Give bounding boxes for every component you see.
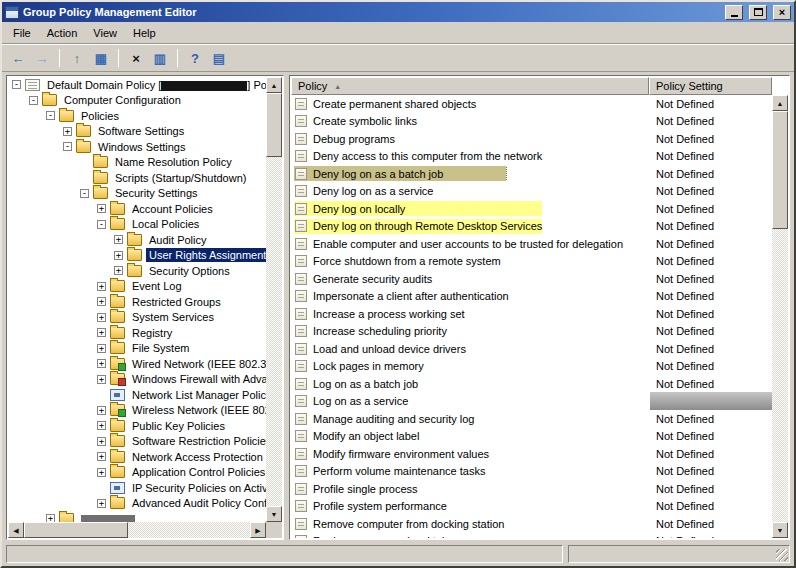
- expand-icon[interactable]: +: [97, 421, 106, 430]
- tree-item-software-settings[interactable]: +Software Settings: [8, 124, 266, 140]
- policy-row[interactable]: Deny log on as a serviceNot Defined: [291, 183, 772, 201]
- tree-item-network-access-protection[interactable]: +Network Access Protection: [8, 449, 266, 465]
- policy-row[interactable]: Manage auditing and security logNot Defi…: [291, 410, 772, 428]
- scroll-left-icon[interactable]: ◀: [8, 522, 24, 538]
- expand-icon[interactable]: +: [97, 204, 106, 213]
- menu-view[interactable]: View: [85, 24, 125, 42]
- menu-help[interactable]: Help: [125, 24, 164, 42]
- collapse-icon[interactable]: -: [80, 189, 89, 198]
- tree-item-windows-firewall-with-advanc[interactable]: +Windows Firewall with Advanc: [8, 372, 266, 388]
- tree-item-registry[interactable]: +Registry: [8, 325, 266, 341]
- policy-row[interactable]: Profile single processNot Defined: [291, 480, 772, 498]
- policy-row[interactable]: Profile system performanceNot Defined: [291, 498, 772, 516]
- scrollbar-thumb[interactable]: [266, 93, 282, 157]
- expand-icon[interactable]: +: [97, 282, 106, 291]
- up-one-level-button[interactable]: ↑: [66, 47, 88, 69]
- expand-icon[interactable]: +: [97, 344, 106, 353]
- expand-icon[interactable]: +: [97, 468, 106, 477]
- policy-row[interactable]: Create permanent shared objectsNot Defin…: [291, 95, 772, 113]
- delete-button[interactable]: ×: [125, 47, 147, 69]
- forward-button[interactable]: →: [31, 47, 53, 69]
- policy-row[interactable]: Deny access to this computer from the ne…: [291, 148, 772, 166]
- menu-action[interactable]: Action: [39, 24, 86, 42]
- policy-row[interactable]: Impersonate a client after authenticatio…: [291, 288, 772, 306]
- policy-row[interactable]: Replace a process level tokenNot Defined: [291, 533, 772, 539]
- tree-item-advanced-audit-policy-configu[interactable]: +Advanced Audit Policy Configu: [8, 496, 266, 512]
- export-list-button[interactable]: ▥: [149, 47, 171, 69]
- show-hide-console-tree-button[interactable]: ▦: [90, 47, 112, 69]
- tree-item-name-resolution-policy[interactable]: Name Resolution Policy: [8, 155, 266, 171]
- tree-item-application-control-policies[interactable]: +Application Control Policies: [8, 465, 266, 481]
- tree-item-scripts-startup-shutdown[interactable]: Scripts (Startup/Shutdown): [8, 170, 266, 186]
- tree-item-software-restriction-policies[interactable]: +Software Restriction Policies: [8, 434, 266, 450]
- list-vertical-scrollbar[interactable]: ▲ ▼: [772, 95, 788, 538]
- policy-row[interactable]: Increase a process working setNot Define…: [291, 305, 772, 323]
- tree-item-windows-settings[interactable]: -Windows Settings: [8, 139, 266, 155]
- policy-row[interactable]: Force shutdown from a remote systemNot D…: [291, 253, 772, 271]
- expand-icon[interactable]: +: [114, 266, 123, 275]
- tree-item-event-log[interactable]: +Event Log: [8, 279, 266, 295]
- tree-item-account-policies[interactable]: +Account Policies: [8, 201, 266, 217]
- maximize-button[interactable]: [749, 5, 767, 20]
- tree-item-restricted-groups[interactable]: +Restricted Groups: [8, 294, 266, 310]
- tree-item-wireless-network-ieee-802-1[interactable]: +Wireless Network (IEEE 802.1: [8, 403, 266, 419]
- tree-item-audit-policy[interactable]: +Audit Policy: [8, 232, 266, 248]
- collapse-icon[interactable]: -: [46, 111, 55, 120]
- policy-row[interactable]: Debug programsNot Defined: [291, 130, 772, 148]
- policy-row[interactable]: Deny log on as a batch jobNot Defined: [291, 165, 772, 183]
- scrollbar-thumb[interactable]: [772, 111, 788, 229]
- scrollbar-thumb[interactable]: [24, 522, 128, 538]
- expand-icon[interactable]: +: [63, 127, 72, 136]
- tree-item-public-key-policies[interactable]: +Public Key Policies: [8, 418, 266, 434]
- policy-column-header[interactable]: Policy ▲: [291, 77, 649, 95]
- tree-item-network-list-manager-policies[interactable]: Network List Manager Policies: [8, 387, 266, 403]
- expand-icon[interactable]: +: [97, 406, 106, 415]
- minimize-button[interactable]: [725, 5, 743, 20]
- collapse-icon[interactable]: -: [97, 220, 106, 229]
- tree-item-user-rights-assignment[interactable]: +User Rights Assignment: [8, 248, 266, 264]
- scroll-down-icon[interactable]: ▼: [266, 506, 282, 522]
- policy-row[interactable]: Increase scheduling priorityNot Defined: [291, 323, 772, 341]
- title-bar[interactable]: Group Policy Management Editor ×: [2, 2, 794, 22]
- expand-icon[interactable]: +: [114, 235, 123, 244]
- policy-row[interactable]: Enable computer and user accounts to be …: [291, 235, 772, 253]
- resize-grip[interactable]: [776, 549, 788, 561]
- collapse-icon[interactable]: -: [12, 80, 21, 89]
- back-button[interactable]: ←: [7, 47, 29, 69]
- policy-row[interactable]: Modify an object labelNot Defined: [291, 428, 772, 446]
- expand-icon[interactable]: +: [97, 437, 106, 446]
- expand-icon[interactable]: +: [97, 328, 106, 337]
- policy-row[interactable]: Create symbolic linksNot Defined: [291, 113, 772, 131]
- expand-icon[interactable]: +: [97, 359, 106, 368]
- menu-file[interactable]: File: [5, 24, 39, 42]
- policy-row[interactable]: Log on as a service: [291, 393, 772, 411]
- tree-item-security-settings[interactable]: -Security Settings: [8, 186, 266, 202]
- policy-row[interactable]: Modify firmware environment valuesNot De…: [291, 445, 772, 463]
- expand-icon[interactable]: +: [97, 297, 106, 306]
- tree-item-local-policies[interactable]: -Local Policies: [8, 217, 266, 233]
- tree-item-ip-security-policies-on-active-d[interactable]: IP Security Policies on Active D: [8, 480, 266, 496]
- close-button[interactable]: ×: [773, 5, 791, 20]
- tree-vertical-scrollbar[interactable]: ▲ ▼: [266, 77, 282, 522]
- policy-row[interactable]: Deny log on locallyNot Defined: [291, 200, 772, 218]
- scroll-up-icon[interactable]: ▲: [266, 77, 282, 93]
- help-button[interactable]: ?: [184, 47, 206, 69]
- scroll-up-icon[interactable]: ▲: [772, 95, 788, 111]
- policy-row[interactable]: Log on as a batch jobNot Defined: [291, 375, 772, 393]
- expand-icon[interactable]: +: [97, 375, 106, 384]
- tree-horizontal-scrollbar[interactable]: ◀ ▶: [8, 522, 266, 538]
- policy-row[interactable]: Load and unload device driversNot Define…: [291, 340, 772, 358]
- collapse-icon[interactable]: -: [63, 142, 72, 151]
- tree-item-policies[interactable]: -Policies: [8, 108, 266, 124]
- expand-icon[interactable]: +: [97, 452, 106, 461]
- policy-row[interactable]: Deny log on through Remote Desktop Servi…: [291, 218, 772, 236]
- scroll-right-icon[interactable]: ▶: [250, 522, 266, 538]
- policy-row[interactable]: Remove computer from docking stationNot …: [291, 515, 772, 533]
- scroll-down-icon[interactable]: ▼: [772, 522, 788, 538]
- expand-icon[interactable]: +: [97, 499, 106, 508]
- tree-item[interactable]: -Default Domain Policy [] Policy: [8, 77, 266, 93]
- tree-item-computer-configuration[interactable]: -Computer Configuration: [8, 93, 266, 109]
- policy-row[interactable]: Perform volume maintenance tasksNot Defi…: [291, 463, 772, 481]
- show-hide-action-pane-button[interactable]: ▤: [208, 47, 230, 69]
- tree-item-security-options[interactable]: +Security Options: [8, 263, 266, 279]
